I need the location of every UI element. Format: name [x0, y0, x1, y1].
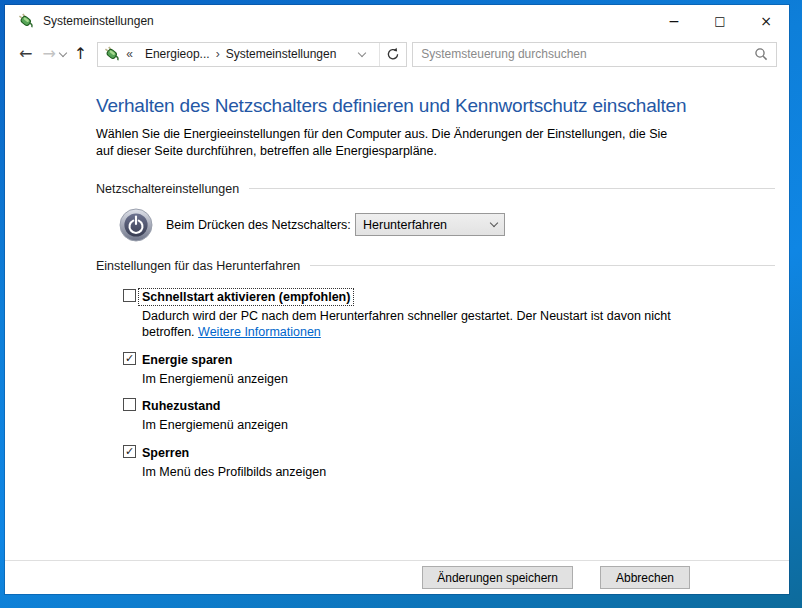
- section-title: Einstellungen für das Herunterfahren: [96, 259, 300, 273]
- hibernate-checkbox[interactable]: [123, 398, 136, 411]
- breadcrumb-item-current[interactable]: Systemeinstellungen: [226, 47, 337, 61]
- option-lock: ✓ Sperren Im Menü des Profilbilds anzeig…: [123, 443, 775, 481]
- refresh-icon[interactable]: [379, 43, 406, 66]
- navigation-bar: ← → ↑ « Energieop...: [5, 36, 789, 72]
- section-rule: [249, 188, 775, 189]
- footer: Änderungen speichern Abbrechen: [5, 560, 789, 594]
- section-rule: [310, 265, 775, 266]
- history-chevron-icon[interactable]: [60, 53, 66, 56]
- section-shutdown-settings: Einstellungen für das Herunterfahren: [96, 259, 775, 273]
- sleep-checkbox[interactable]: ✓: [123, 352, 136, 365]
- dropdown-value: Herunterfahren: [363, 218, 447, 232]
- power-options-icon: [18, 13, 34, 29]
- minimize-button[interactable]: −: [651, 5, 697, 36]
- intro-text: Wählen Sie die Energieeinstellungen für …: [96, 126, 688, 160]
- power-button-icon: [118, 207, 154, 243]
- system-settings-window: Systemeinstellungen − □ × ← → ↑: [5, 5, 789, 594]
- window-title: Systemeinstellungen: [43, 14, 154, 28]
- power-options-icon: [104, 46, 120, 62]
- checkbox-label[interactable]: Ruhezustand: [140, 399, 222, 413]
- address-bar[interactable]: « Energieop... › Systemeinstellungen: [97, 42, 407, 67]
- checkbox-description: Dadurch wird der PC nach dem Herunterfah…: [140, 308, 698, 341]
- search-icon[interactable]: [754, 47, 768, 61]
- checkbox-description: Im Menü des Profilbilds anzeigen: [140, 464, 326, 481]
- page-title: Verhalten des Netzschalters definieren u…: [96, 95, 775, 117]
- fast-startup-checkbox[interactable]: [123, 289, 136, 302]
- power-action-dropdown[interactable]: Herunterfahren: [355, 213, 505, 236]
- checkbox-description: Im Energiemenü anzeigen: [140, 417, 288, 434]
- breadcrumb: « Energieop... › Systemeinstellungen: [98, 43, 379, 66]
- checkbox-label[interactable]: Schnellstart aktivieren (empfohlen): [140, 290, 352, 304]
- titlebar: Systemeinstellungen − □ ×: [5, 5, 789, 36]
- option-fast-startup: Schnellstart aktivieren (empfohlen) Dadu…: [123, 287, 775, 341]
- window-controls: − □ ×: [651, 5, 789, 36]
- checkbox-label[interactable]: Sperren: [140, 446, 191, 460]
- power-button-row: Beim Drücken des Netzschalters: Herunter…: [96, 207, 775, 243]
- main-content: Verhalten des Netzschalters definieren u…: [5, 72, 789, 560]
- up-icon[interactable]: ↑: [74, 46, 87, 62]
- search-input[interactable]: [421, 47, 754, 61]
- checkbox-label[interactable]: Energie sparen: [140, 353, 234, 367]
- shutdown-options: Schnellstart aktivieren (empfohlen) Dadu…: [96, 287, 775, 481]
- chevron-down-icon: [490, 219, 498, 227]
- lock-checkbox[interactable]: ✓: [123, 445, 136, 458]
- breadcrumb-separator: ›: [216, 47, 220, 61]
- address-dropdown-icon[interactable]: [351, 43, 373, 66]
- close-button[interactable]: ×: [743, 5, 789, 36]
- option-hibernate: Ruhezustand Im Energiemenü anzeigen: [123, 396, 775, 434]
- more-info-link[interactable]: Weitere Informationen: [198, 325, 321, 339]
- section-power-button-settings: Netzschaltereinstellungen: [96, 182, 775, 196]
- option-sleep: ✓ Energie sparen Im Energiemenü anzeigen: [123, 350, 775, 388]
- cancel-button[interactable]: Abbrechen: [600, 566, 690, 589]
- maximize-button[interactable]: □: [697, 5, 743, 36]
- breadcrumb-item-parent[interactable]: Energieop...: [145, 47, 210, 61]
- forward-icon: →: [42, 46, 55, 62]
- breadcrumb-overflow[interactable]: «: [126, 47, 133, 61]
- section-title: Netzschaltereinstellungen: [96, 182, 239, 196]
- save-changes-button[interactable]: Änderungen speichern: [422, 566, 573, 589]
- power-button-label: Beim Drücken des Netzschalters:: [166, 218, 355, 232]
- search-box: [412, 42, 777, 67]
- back-icon[interactable]: ←: [19, 46, 32, 62]
- checkbox-description: Im Energiemenü anzeigen: [140, 371, 288, 388]
